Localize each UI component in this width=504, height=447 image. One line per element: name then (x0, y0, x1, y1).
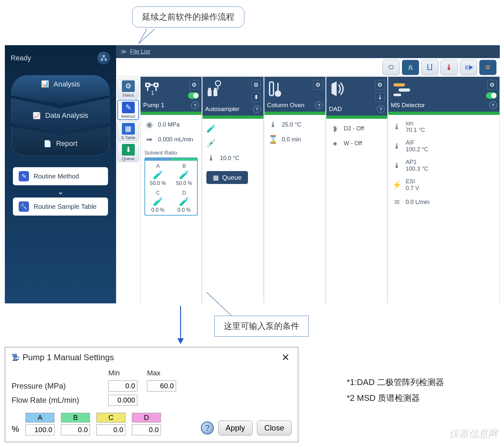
autosampler-tray-button[interactable]: ⬍ (251, 92, 261, 102)
module-status[interactable]: ⚙Status (117, 79, 139, 98)
column-oven-icon (267, 80, 286, 97)
dad-d2: D2 - Off (344, 125, 364, 132)
pressure-label: Pressure (MPa) (12, 381, 102, 391)
thermometer-icon: 🌡 (392, 122, 402, 131)
report-icon: 📄 (44, 140, 52, 147)
main-area: ≫ File List 🖵 ጰ ⵡ 🌡 🕪 ≡ ⚙Status ✎Method … (116, 45, 500, 303)
solvent-b: B🧪50.0 % (173, 163, 195, 186)
svg-line-19 (206, 292, 232, 316)
queue-button[interactable]: ▦Queue (206, 171, 248, 184)
thermometer-icon: 🌡 (206, 154, 216, 163)
solvent-c-header: C (96, 413, 125, 422)
dialog-help-button[interactable]: ? (201, 422, 214, 434)
ms-help-button[interactable]: ? (489, 101, 497, 109)
dad-download-button[interactable]: ⤓ (375, 92, 385, 102)
tb-config-button[interactable]: 🖵 (382, 60, 400, 75)
config-icon: 🖵 (389, 65, 394, 70)
sidebar: Ready 📊 Analysis 📈 Data Analysis 📄 Repor… (5, 45, 116, 303)
solvent-c: C🧪0.0 % (147, 190, 169, 213)
module-stable[interactable]: ▦S.Table (117, 121, 139, 141)
status-label: Ready (11, 54, 31, 62)
tb-autosampler-button[interactable]: ⵡ (421, 60, 439, 75)
solvent-box[interactable]: A🧪50.0 % B🧪50.0 % C🧪0.0 % D🧪0.0 % (144, 157, 198, 216)
ms-aif-val: 100.2 °C (406, 146, 428, 153)
routine-sample-table-button[interactable]: 🔧 Routine Sample Table (13, 198, 108, 216)
file-list-bar[interactable]: ≫ File List (116, 45, 500, 58)
oven-title: Column Oven (267, 102, 304, 109)
autosampler-icon (205, 80, 224, 97)
download-icon: ⤓ (378, 94, 382, 101)
oven-help-button[interactable]: ? (315, 101, 323, 109)
syringe-icon: 💉 (206, 139, 216, 148)
dad-title: DAD (329, 106, 342, 113)
chevron-down-icon: ⌄ (13, 187, 108, 196)
watermark: 仪器信息网 (449, 427, 498, 441)
gauge-icon: ◉ (144, 120, 154, 129)
gear-icon: ⚙ (489, 81, 495, 88)
solvent-b-col: B (61, 413, 90, 435)
oven-temp: 25.0 °C (282, 121, 301, 128)
pump-dialog-icon: 🗜 (12, 353, 19, 362)
pump-toggle[interactable] (188, 92, 199, 99)
status-bar (326, 116, 387, 119)
autosampler-settings-button[interactable]: ⚙ (251, 80, 261, 90)
pressure-min-input[interactable] (108, 381, 137, 391)
percent-label: % (12, 424, 19, 435)
ms-toggle[interactable] (486, 92, 497, 99)
status-bar (388, 112, 499, 115)
status-bar (264, 112, 325, 115)
oven-time: 0.0 min (282, 136, 301, 143)
flow-rate-input[interactable] (108, 395, 137, 406)
toolbar: 🖵 ጰ ⵡ 🌡 🕪 ≡ (116, 58, 500, 77)
queue-button-label: Queue (222, 174, 242, 181)
svg-rect-16 (393, 83, 405, 86)
oven-settings-button[interactable]: ⚙ (313, 80, 323, 90)
gears-icon: ⚙ (122, 80, 135, 92)
svg-rect-0 (103, 55, 105, 57)
module-column: ⚙Status ✎Method ▦S.Table ⬇Queue (116, 77, 141, 303)
apply-button[interactable]: Apply (218, 421, 252, 435)
tb-pump-button[interactable]: ጰ (402, 60, 419, 75)
tb-dad-button[interactable]: 🕪 (460, 60, 477, 75)
bulb-icon: ● (330, 139, 340, 148)
tb-oven-button[interactable]: 🌡 (440, 60, 458, 75)
solvent-c-input[interactable] (96, 424, 125, 435)
pump-settings-button[interactable]: ⚙ (189, 80, 199, 90)
bottle-icon: 🧪 (147, 170, 169, 180)
card-autosampler: ⚙ ⬍ Autosampler ? 🧪 💉 🌡10.0 °C (203, 77, 264, 303)
app-window: Ready 📊 Analysis 📈 Data Analysis 📄 Repor… (5, 45, 500, 303)
pressure-max-input[interactable] (147, 381, 176, 391)
svg-rect-1 (101, 59, 103, 61)
ms-settings-button[interactable]: ⚙ (487, 80, 497, 90)
solvent-b-header: B (61, 413, 90, 422)
ms-title: MS Detector (391, 102, 425, 109)
svg-rect-18 (393, 94, 401, 96)
file-list-label: File List (130, 48, 150, 55)
dad-settings-button[interactable]: ⚙ (375, 80, 385, 90)
footnote-1: *1:DAD 二极管阵列检测器 (347, 374, 444, 390)
module-queue[interactable]: ⬇Queue (117, 142, 139, 162)
pump-manual-settings-dialog: 🗜 Pump 1 Manual Settings ✕ MinMax Pressu… (5, 347, 298, 442)
tb-ms-button[interactable]: ≡ (479, 60, 497, 75)
solvent-b-input[interactable] (61, 424, 90, 435)
solvent-a-header: A (25, 413, 54, 422)
lightning-icon: ⚡ (392, 180, 402, 189)
routine-method-button[interactable]: ✎ Routine Method (13, 167, 108, 185)
network-button[interactable] (97, 52, 110, 65)
close-icon[interactable]: ✕ (280, 352, 292, 363)
module-method[interactable]: ✎Method (117, 100, 139, 120)
ms-ap1-label: AP1 (406, 159, 417, 165)
solvent-d-input[interactable] (132, 424, 161, 435)
pump-help-button[interactable]: ? (191, 101, 199, 109)
routine-group: ✎ Routine Method ⌄ 🔧 Routine Sample Tabl… (13, 167, 108, 216)
close-button[interactable]: Close (257, 421, 292, 435)
dad-help-button[interactable]: ? (377, 105, 385, 113)
nav-analysis[interactable]: 📊 Analysis (11, 75, 110, 104)
autosampler-help-button[interactable]: ? (253, 105, 261, 113)
gear-icon: ⚙ (192, 81, 197, 88)
solvent-ratio-label: Solvent Ratio (144, 150, 198, 156)
wrench-icon: 🔧 (19, 201, 29, 212)
thermometer-icon: 🌡 (268, 120, 278, 129)
solvent-a-input[interactable] (25, 424, 54, 435)
wind-icon: ≋ (392, 198, 402, 207)
